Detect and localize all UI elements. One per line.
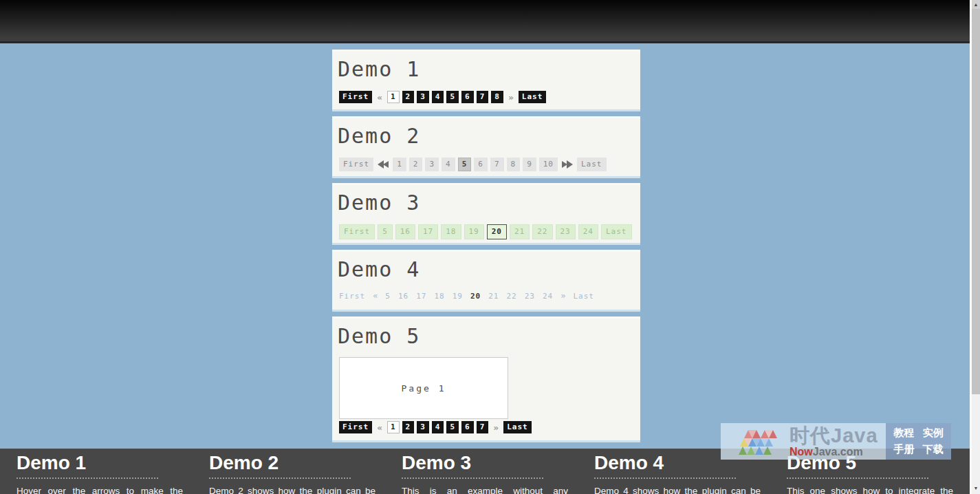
footer-column-title: Demo 4 [594,452,736,479]
top-header-bar [0,0,970,43]
pager-page[interactable]: 4 [432,91,444,103]
pager-page[interactable]: Last [601,224,632,239]
pager-page[interactable]: 1 [393,158,406,171]
pager-page[interactable]: 16 [395,224,415,239]
pager-page[interactable]: 22 [532,224,552,239]
pager-page[interactable]: 5 [446,91,459,103]
pager-page[interactable]: 23 [525,292,535,301]
vertical-scrollbar[interactable]: ▲ ▼ [970,0,980,494]
pager-page[interactable]: 6 [461,91,474,103]
pager-page[interactable]: First [339,224,375,239]
demo-panel-3: Demo 3First5161718192021222324Last [332,183,640,245]
pager-page[interactable]: Last [577,158,607,171]
watermark-brand-box: 时代Java NowJava.com [721,423,886,460]
demo-panel-5: Demo 5Page 1First«1234567»Last [332,316,640,442]
pager-page[interactable]: Last [573,292,594,301]
pager-page[interactable]: 17 [416,292,426,301]
pager-page[interactable]: 21 [510,224,530,239]
pager-page[interactable]: 2 [409,158,423,171]
panel-title: Demo 2 [338,124,635,149]
pager-page[interactable]: 3 [417,91,429,103]
pager-arrow-next[interactable]: » [506,92,516,103]
scrollbar-down-arrow-icon[interactable]: ▼ [972,484,980,493]
pager-page[interactable]: 3 [425,158,439,171]
pager-page[interactable]: 16 [398,292,409,301]
footer-column-text: This one shows how to integrate the [787,484,953,494]
pager-page-active[interactable]: 20 [470,292,481,301]
double-arrow-left-icon[interactable] [376,160,390,169]
pager-page[interactable]: 6 [461,421,474,433]
pager-page-active[interactable]: 1 [387,91,400,103]
panel-title: Demo 3 [338,191,635,215]
pager-page[interactable]: 4 [442,158,455,171]
pager-arrow-prev[interactable]: « [375,92,384,103]
pager-page[interactable]: 6 [474,158,488,171]
demo-panel-1: Demo 1First«12345678»Last [332,50,640,111]
footer-column-1: Demo 1Hover over the arrows to make the [17,452,183,494]
pager-page[interactable]: 7 [477,91,489,103]
pager-page[interactable]: Last [503,421,532,433]
footer-column-text: Demo 4 shows how the plugin can be [594,484,761,494]
footer-column-title: Demo 2 [209,452,351,479]
site-watermark: 时代Java NowJava.com 教程 实例 手册 下载 [721,423,951,460]
pager-page[interactable]: First [339,158,373,171]
pager-page-active[interactable]: 5 [458,158,472,171]
pager-page[interactable]: 5 [446,421,459,433]
pager-page-active[interactable]: 20 [487,224,507,239]
footer-column-text: This is an example without any [402,484,568,494]
pager-arrow-next[interactable]: » [491,422,501,433]
pager-page[interactable]: First [339,292,365,301]
pager-page[interactable]: 5 [385,292,391,301]
pager-page[interactable]: 2 [402,91,415,103]
pager-page[interactable]: 9 [523,158,536,171]
pager-page[interactable]: First [339,421,372,433]
pager-page[interactable]: 8 [491,91,503,103]
pager-page[interactable]: 21 [488,292,499,301]
pager-page[interactable]: 5 [378,224,393,239]
pager-page[interactable]: 4 [432,421,444,433]
demo-panels-column: Demo 1First«12345678»LastDemo 2First1234… [332,50,640,447]
double-arrow-right-icon[interactable] [560,160,574,169]
triangle-logo-icon [739,427,784,456]
watermark-link-tutorials[interactable]: 教程 [893,427,914,440]
pager-page[interactable]: 19 [453,292,463,301]
scrollbar-up-arrow-icon[interactable]: ▲ [972,0,980,9]
watermark-link-manual[interactable]: 手册 [893,443,914,456]
page-content-label: Page 1 [402,383,446,394]
pager-page-active[interactable]: 1 [387,421,400,433]
pager-page[interactable]: 7 [477,421,489,433]
site-name-rest: Java.com [813,446,863,458]
watermark-link-download[interactable]: 下载 [923,443,944,456]
pager-page[interactable]: 24 [543,292,553,301]
panel-title: Demo 5 [338,324,635,349]
panel-title: Demo 1 [338,57,635,82]
pager-page[interactable]: 2 [402,421,415,433]
pager-page[interactable]: 7 [490,158,504,171]
pager-page[interactable]: 24 [578,224,598,239]
watermark-link-examples[interactable]: 实例 [923,427,944,440]
pager-page[interactable]: 19 [464,224,484,239]
footer-column-text: Demo 2 shows how the plugin can be [209,484,375,494]
demo-panel-2: Demo 2First12345678910Last [332,116,640,178]
pager-page[interactable]: 18 [434,292,444,301]
footer-column-2: Demo 2Demo 2 shows how the plugin can be [209,452,375,494]
watermark-links-box: 教程 实例 手册 下载 [886,423,951,460]
pager-page[interactable]: 8 [507,158,521,171]
pager-page[interactable]: 17 [418,224,438,239]
pager-page[interactable]: 18 [441,224,461,239]
demo-panel-4: Demo 4First«5161718192021222324»Last [332,250,640,312]
pager-page[interactable]: 10 [539,158,558,171]
pager-page[interactable]: 22 [506,292,516,301]
pager-arrow-prev[interactable]: « [373,291,378,301]
pager-arrow-prev[interactable]: « [375,422,384,433]
pagination: First12345678910Last [339,158,635,171]
footer-column-title: Demo 3 [402,452,543,479]
watermark-text: 时代Java NowJava.com [790,426,878,458]
main-area: Demo 1First«12345678»LastDemo 2First1234… [0,0,970,494]
pager-arrow-next[interactable]: » [560,291,565,301]
pager-page[interactable]: 23 [556,224,576,239]
pager-page[interactable]: First [339,91,372,103]
pager-page[interactable]: Last [519,91,547,103]
pager-page[interactable]: 3 [417,421,429,433]
scrollbar-thumb[interactable] [972,9,980,394]
